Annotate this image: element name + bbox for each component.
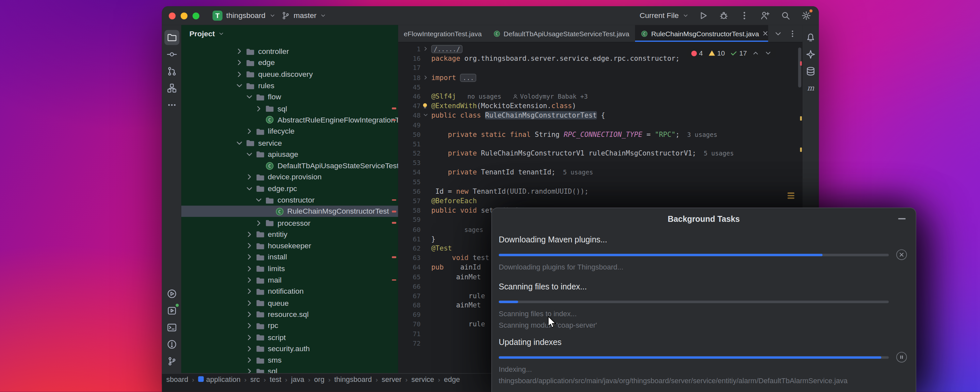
- expand-arrow-icon[interactable]: [235, 59, 244, 67]
- code-line-50[interactable]: 50 private static final String RPC_CONNE…: [398, 130, 803, 139]
- minimize-dialog-button[interactable]: [897, 214, 907, 224]
- breadcrumb-test[interactable]: test: [270, 375, 281, 383]
- cancel-task-button[interactable]: [896, 249, 907, 260]
- run-circle-tool-button[interactable]: [164, 286, 179, 301]
- fold-arrow-icon[interactable]: [422, 112, 429, 118]
- zoom-window-button[interactable]: [192, 12, 199, 19]
- tree-item-service[interactable]: service: [181, 137, 398, 149]
- error-count[interactable]: 4: [692, 49, 703, 57]
- tree-item-RuleChainMsgConstructorTest[interactable]: CRuleChainMsgConstructorTest: [181, 206, 398, 217]
- inspections-widget[interactable]: 4 10 17: [687, 48, 776, 58]
- settings-button[interactable]: [800, 10, 813, 22]
- expand-arrow-icon[interactable]: [245, 367, 253, 373]
- expand-arrow-icon[interactable]: [245, 230, 253, 239]
- code-line-56[interactable]: 56 Id = new TenantId(UUID.randomUUID());: [398, 187, 803, 196]
- debug-button[interactable]: [718, 10, 730, 22]
- tree-item-rpc[interactable]: rpc: [181, 320, 398, 331]
- close-tab-icon[interactable]: [762, 30, 768, 37]
- pull-requests-tool-button[interactable]: [164, 64, 179, 79]
- collapse-arrow-icon[interactable]: [235, 139, 244, 147]
- expand-arrow-icon[interactable]: [245, 287, 253, 296]
- breadcrumb-sboard[interactable]: sboard: [166, 375, 188, 383]
- search-button[interactable]: [780, 10, 792, 22]
- ai-assistant-tool-button[interactable]: [803, 47, 818, 62]
- prev-problem-icon[interactable]: [752, 49, 759, 57]
- tree-item-security.auth[interactable]: security.auth: [181, 343, 398, 354]
- tree-item-apiusage[interactable]: apiusage: [181, 149, 398, 160]
- expand-arrow-icon[interactable]: [245, 241, 253, 250]
- fold-arrow-icon[interactable]: [422, 46, 429, 52]
- code-line-54[interactable]: 54 private TenantId tenantId; 5 usages: [398, 168, 803, 177]
- editor-tab-2[interactable]: CRuleChainMsgConstructorTest.java: [635, 25, 768, 42]
- more-tools-tool-button[interactable]: [164, 97, 179, 112]
- tree-item-sms[interactable]: sms: [181, 354, 398, 366]
- project-switcher[interactable]: T thingsboard: [213, 11, 276, 21]
- expand-arrow-icon[interactable]: [245, 127, 253, 136]
- code-line-53[interactable]: 53: [398, 158, 803, 168]
- tree-item-AbstractRuleEngineFlowIntegrationTest[interactable]: CAbstractRuleEngineFlowIntegrationTest: [181, 114, 398, 126]
- notifications-tool-button[interactable]: [803, 30, 818, 45]
- tree-item-processor[interactable]: processor: [181, 217, 398, 229]
- expand-arrow-icon[interactable]: [245, 356, 253, 365]
- tree-item-edge.rpc[interactable]: edge.rpc: [181, 183, 398, 194]
- passed-count[interactable]: 17: [730, 49, 747, 57]
- breadcrumb-src[interactable]: src: [250, 375, 260, 383]
- expand-arrow-icon[interactable]: [245, 310, 253, 319]
- code-line-52[interactable]: 52 private RuleChainMsgConstructorV1 rul…: [398, 149, 803, 158]
- tree-item-entitiy[interactable]: entitiy: [181, 229, 398, 240]
- project-folder-tool-button[interactable]: [164, 30, 179, 45]
- editor-scrollbar[interactable]: [798, 47, 801, 87]
- expand-arrow-icon[interactable]: [245, 276, 253, 285]
- tree-item-device.provision[interactable]: device.provision: [181, 172, 398, 183]
- minimize-window-button[interactable]: [181, 12, 188, 19]
- problems-tool-button[interactable]: [164, 337, 179, 352]
- expand-arrow-icon[interactable]: [235, 47, 244, 56]
- expand-arrow-icon[interactable]: [245, 322, 253, 330]
- expand-arrow-icon[interactable]: [255, 104, 263, 113]
- tree-item-resource.sql[interactable]: resource.sql: [181, 309, 398, 320]
- run-button[interactable]: [697, 10, 709, 22]
- tree-item-constructor[interactable]: constructor: [181, 194, 398, 206]
- database-tool-button[interactable]: [803, 64, 818, 79]
- expand-arrow-icon[interactable]: [245, 299, 253, 308]
- tree-item-script[interactable]: script: [181, 331, 398, 343]
- code-line-46[interactable]: 46@Slf4j no usages Volodymyr Babak +3: [398, 92, 803, 101]
- tree-item-notification[interactable]: notification: [181, 286, 398, 297]
- tree-item-DefaultTbApiUsageStateServiceTest[interactable]: CDefaultTbApiUsageStateServiceTest: [181, 160, 398, 172]
- tree-item-mail[interactable]: mail: [181, 274, 398, 286]
- tree-item-queue.discovery[interactable]: queue.discovery: [181, 69, 398, 80]
- commit-tool-button[interactable]: [164, 47, 179, 62]
- warning-count[interactable]: 10: [708, 49, 725, 57]
- tree-item-lifecycle[interactable]: lifecycle: [181, 126, 398, 137]
- code-line-51[interactable]: 51: [398, 139, 803, 149]
- collapse-arrow-icon[interactable]: [255, 196, 263, 204]
- breadcrumb-org[interactable]: org: [314, 375, 325, 383]
- collapse-arrow-icon[interactable]: [245, 184, 253, 193]
- collapse-arrow-icon[interactable]: [245, 93, 253, 102]
- tree-item-flow[interactable]: flow: [181, 91, 398, 103]
- code-line-47[interactable]: 47@ExtendWith(MockitoExtension.class): [398, 101, 803, 111]
- code-line-17[interactable]: 17: [398, 64, 803, 73]
- tree-item-controller[interactable]: controller: [181, 46, 398, 57]
- breadcrumb-service[interactable]: service: [411, 375, 434, 383]
- expand-arrow-icon[interactable]: [245, 253, 253, 262]
- code-line-48[interactable]: 48public class RuleChainMsgConstructorTe…: [398, 111, 803, 120]
- intention-bulb-icon[interactable]: [422, 102, 429, 110]
- expand-arrow-icon[interactable]: [245, 264, 253, 273]
- code-line-55[interactable]: 55: [398, 177, 803, 187]
- structure-tool-button[interactable]: [164, 81, 179, 96]
- more-actions-button[interactable]: [738, 10, 751, 22]
- tree-item-limits[interactable]: limits: [181, 263, 398, 274]
- breadcrumb-edge[interactable]: edge: [444, 375, 460, 383]
- collapse-arrow-icon[interactable]: [235, 81, 244, 90]
- tree-item-rules[interactable]: rules: [181, 80, 398, 91]
- invite-user-button[interactable]: [759, 10, 771, 22]
- maven-tool-button[interactable]: m: [803, 81, 818, 96]
- tree-item-housekeeper[interactable]: housekeeper: [181, 240, 398, 252]
- expand-arrow-icon[interactable]: [245, 333, 253, 342]
- editor-tab-0[interactable]: eFlowIntegrationTest.java: [398, 25, 487, 42]
- expand-arrow-icon[interactable]: [255, 218, 263, 227]
- code-line-57[interactable]: 57@BeforeEach: [398, 196, 803, 206]
- terminal-tool-button[interactable]: [164, 320, 179, 335]
- code-line-45[interactable]: 45: [398, 82, 803, 92]
